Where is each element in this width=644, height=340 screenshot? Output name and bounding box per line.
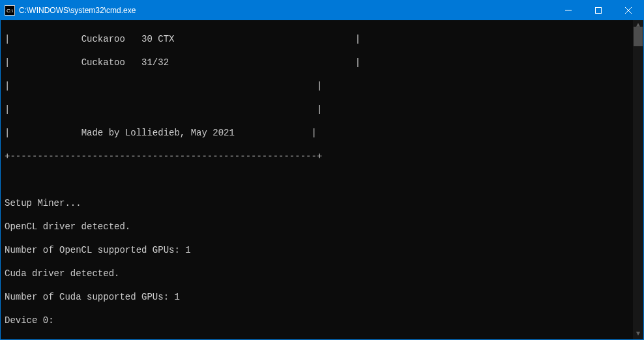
algo-name: Cuckatoo xyxy=(81,57,125,68)
cmd-icon: C:\ xyxy=(5,5,15,16)
svg-rect-1 xyxy=(596,8,602,14)
cuda-gpu-count: Number of Cuda supported GPUs: 1 xyxy=(5,291,639,303)
banner-credit: | Made by Lolliedieb, May 2021 | xyxy=(5,127,639,139)
cuda-detected: Cuda driver detected. xyxy=(5,268,639,279)
label: Number of Cuda supported GPUs: xyxy=(5,292,174,302)
close-button[interactable] xyxy=(613,1,643,20)
titlebar[interactable]: C:\ C:\WINDOWS\system32\cmd.exe xyxy=(1,1,643,20)
banner-row: | Cuckatoo 31/32 | xyxy=(5,57,639,68)
opencl-gpu-count: Number of OpenCL supported GPUs: 1 xyxy=(5,244,639,256)
device-name-value: NVIDIA GeForce GTX 1060 6GB xyxy=(76,339,224,339)
device-name-row: Name: NVIDIA GeForce GTX 1060 6GB xyxy=(5,338,639,339)
opencl-detected: OpenCL driver detected. xyxy=(5,221,639,233)
algo-val: 30 CTX xyxy=(141,34,174,44)
algo-name: Cuckaroo xyxy=(81,34,125,44)
blank-row xyxy=(5,174,639,186)
algo-val: 31/32 xyxy=(141,57,169,68)
credit-text: Made by Lolliedieb, May 2021 xyxy=(81,128,235,138)
cmd-icon-glyph: C:\ xyxy=(7,8,13,14)
label: Name: xyxy=(27,339,54,339)
value: 1 xyxy=(185,245,190,255)
setup-header: Setup Miner... xyxy=(5,197,639,209)
device-header: Device 0: xyxy=(5,315,639,326)
window-title: C:\WINDOWS\system32\cmd.exe xyxy=(19,6,136,15)
scroll-down-arrow[interactable]: ▼ xyxy=(633,329,643,339)
cmd-window: C:\ C:\WINDOWS\system32\cmd.exe | Cuckar… xyxy=(0,0,644,340)
minimize-button[interactable] xyxy=(553,1,583,20)
close-icon xyxy=(625,7,632,14)
banner-row: | | xyxy=(5,104,639,115)
label: Number of OpenCL supported GPUs: xyxy=(5,245,185,255)
banner-divider: +---------------------------------------… xyxy=(5,150,639,162)
banner-row: | Cuckaroo 30 CTX | xyxy=(5,33,639,45)
minimize-icon xyxy=(565,7,572,14)
banner-row: | | xyxy=(5,80,639,92)
maximize-icon xyxy=(595,7,602,14)
value: 1 xyxy=(174,292,179,302)
vertical-scrollbar[interactable]: ▲ ▼ xyxy=(633,20,643,339)
console-output[interactable]: | Cuckaroo 30 CTX | | Cuckatoo 31/32 | |… xyxy=(1,20,643,339)
scrollbar-thumb[interactable] xyxy=(634,27,643,46)
maximize-button[interactable] xyxy=(583,1,613,20)
